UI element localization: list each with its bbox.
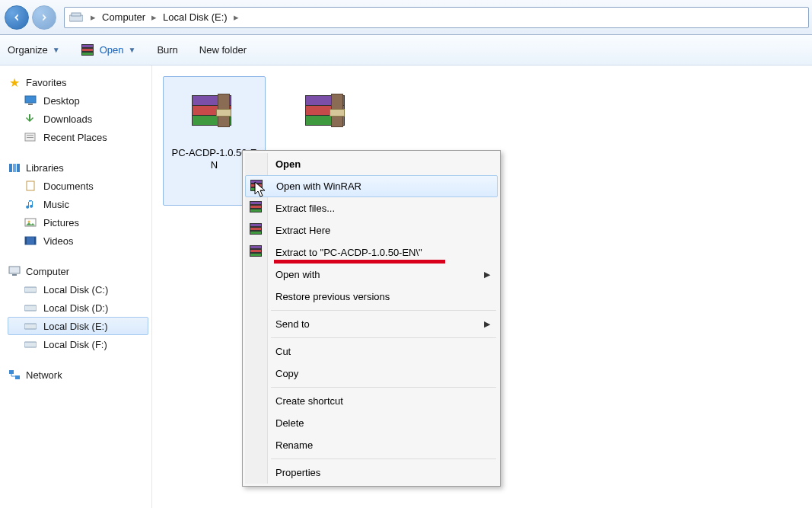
organize-button[interactable]: Organize▼ [8,44,60,56]
sidebar-head-computer[interactable]: Computer [8,264,148,280]
new-folder-button[interactable]: New folder [199,44,247,56]
context-menu-label: Create shortcut [275,395,343,407]
svg-rect-6 [27,137,33,138]
context-menu-separator [271,458,496,459]
context-menu-separator [271,387,496,388]
videos-icon [24,235,37,247]
context-menu-item[interactable]: Delete [245,412,498,434]
drive-icon [24,302,37,314]
address-bar: ▸ Computer ▸ Local Disk (E:) ▸ [0,0,812,35]
sidebar-head-network[interactable]: Network [8,367,148,384]
context-menu-item[interactable]: Cut [245,340,498,363]
sidebar-item-disk-f[interactable]: Local Disk (F:) [8,335,148,353]
sidebar-item-documents[interactable]: Documents [8,177,148,195]
sidebar-item-videos[interactable]: Videos [8,232,148,250]
context-menu-label: Cut [275,346,291,357]
desktop-icon [24,94,37,107]
context-menu-separator [271,310,496,311]
context-menu-item[interactable]: Properties [245,462,498,484]
navigation-pane: ★ Favorites Desktop Downloads Recent Pla… [0,65,152,508]
rar-icon [305,95,351,136]
crumb-computer[interactable]: Computer [99,11,148,23]
context-menu-label: Open with [275,269,320,280]
sidebar-item-downloads[interactable]: Downloads [8,110,148,128]
svg-rect-19 [24,305,37,311]
music-icon [24,198,37,210]
forward-button[interactable] [32,5,56,30]
context-menu-item[interactable]: Restore previous versions [245,286,498,308]
svg-rect-1 [72,13,81,16]
open-button[interactable]: Open ▼ [81,44,136,56]
svg-rect-14 [25,237,27,244]
context-menu-item[interactable]: Send to▶ [245,313,498,335]
context-menu-label: Open with WinRAR [276,181,361,192]
star-icon: ★ [8,76,21,88]
context-menu-separator [271,337,496,338]
svg-rect-5 [27,135,33,136]
network-icon [8,369,21,381]
svg-rect-15 [34,237,36,244]
context-menu-item[interactable]: Open with▶ [245,264,498,286]
sidebar-item-disk-d[interactable]: Local Disk (D:) [8,299,148,317]
svg-rect-20 [24,324,37,329]
svg-rect-21 [24,342,37,347]
svg-rect-18 [24,287,37,292]
svg-rect-2 [25,96,36,103]
svg-rect-17 [12,274,17,276]
svg-rect-3 [28,104,33,105]
documents-icon [24,180,37,192]
svg-rect-8 [13,164,16,172]
drive-icon [24,283,37,296]
context-menu-item[interactable]: Extract Here [245,219,498,241]
breadcrumb[interactable]: ▸ Computer ▸ Local Disk (E:) ▸ [64,7,809,28]
sidebar-item-music[interactable]: Music [8,195,148,213]
burn-button[interactable]: Burn [157,44,177,56]
chevron-right-icon: ▶ [484,270,490,280]
context-menu-item[interactable]: Extract files... [245,197,498,219]
context-menu-label: Extract files... [275,203,335,214]
chevron-right-icon: ▶ [484,319,490,329]
chevron-right-icon: ▸ [148,11,160,23]
context-menu-item[interactable]: Create shortcut [245,390,498,412]
sidebar-item-pictures[interactable]: Pictures [8,213,148,232]
context-menu-label: Restore previous versions [275,291,390,302]
sidebar-head-favorites[interactable]: ★ Favorites [8,75,148,91]
cursor-icon [254,181,269,198]
svg-rect-10 [27,181,34,190]
context-menu-label: Extract to "PC-ACDP-1.0.50-EN\" [275,247,422,258]
context-menu-label: Extract Here [275,225,330,236]
chevron-down-icon: ▼ [128,46,135,54]
chevron-right-icon: ▸ [231,11,242,23]
svg-rect-7 [9,164,12,172]
context-menu-label: Delete [275,417,304,429]
sidebar-item-disk-c[interactable]: Local Disk (C:) [8,280,148,299]
context-menu-label: Rename [275,439,313,451]
context-menu-item[interactable]: Open with WinRAR [245,175,498,197]
crumb-drive[interactable]: Local Disk (E:) [160,11,231,23]
svg-rect-13 [25,237,36,244]
recent-icon [24,131,37,143]
back-button[interactable] [5,5,29,30]
drive-icon [24,338,37,350]
sidebar-item-disk-e[interactable]: Local Disk (E:) [8,317,148,335]
drive-icon [69,11,83,24]
chevron-right-icon: ▸ [88,11,99,23]
context-menu-label: Copy [275,368,298,379]
downloads-icon [24,113,37,125]
annotation-underline [274,260,445,264]
context-menu-item[interactable]: Rename [245,434,498,456]
pictures-icon [24,216,37,228]
sidebar-item-recent[interactable]: Recent Places [8,128,148,146]
context-menu-item[interactable]: Open [245,153,498,175]
context-menu-label: Open [275,158,301,170]
rar-icon [192,95,237,136]
rar-icon [81,44,95,56]
svg-rect-22 [9,370,14,374]
drive-icon [24,320,37,332]
sidebar-head-libraries[interactable]: Libraries [8,160,148,177]
svg-rect-16 [9,267,20,273]
computer-icon [8,265,21,277]
chevron-down-icon: ▼ [53,46,60,54]
context-menu-item[interactable]: Copy [245,363,498,385]
sidebar-item-desktop[interactable]: Desktop [8,91,148,110]
